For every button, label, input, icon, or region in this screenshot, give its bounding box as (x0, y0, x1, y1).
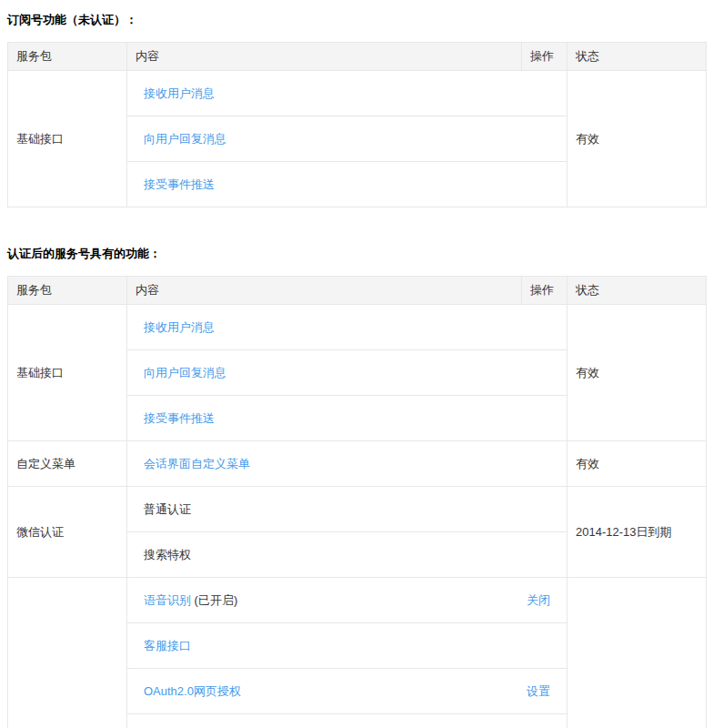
feature-text: 普通认证 (144, 502, 191, 516)
table-row: 基础接口接收用户消息有效 (8, 305, 707, 350)
content-row: 客服接口 (136, 631, 558, 661)
section-subscription-features: 订阅号功能（未认证）： 服务包 内容 操作 状态 基础接口接收用户消息有效向用户… (7, 14, 706, 207)
package-cell: 自定义菜单 (8, 441, 127, 487)
column-header-content: 内容 (127, 277, 522, 305)
content-row: 接受事件推送 (136, 403, 558, 433)
feature-link[interactable]: 客服接口 (144, 639, 191, 652)
content-cell: 客服接口 (127, 623, 567, 669)
content-cell: 生成带参数二维码 (127, 714, 567, 728)
table-header-row: 服务包 内容 操作 状态 (8, 277, 707, 305)
content-row: 生成带参数二维码 (136, 722, 558, 728)
content-cell: 普通认证 (127, 487, 567, 532)
content-cell: 向用户回复消息 (127, 350, 567, 396)
action-link[interactable]: 设置 (527, 683, 550, 699)
feature-label: 向用户回复消息 (144, 365, 226, 380)
column-header-content: 内容 (127, 43, 522, 71)
column-header-action: 操作 (522, 277, 567, 305)
feature-link[interactable]: 会话界面自定义菜单 (144, 457, 250, 470)
package-cell: 微信认证 (8, 487, 127, 578)
status-cell: 有效 (567, 305, 707, 441)
table-row: 微信认证普通认证2014-12-13日到期 (8, 487, 707, 532)
column-header-package: 服务包 (8, 43, 127, 71)
column-header-action: 操作 (522, 43, 567, 71)
feature-label: 语音识别 (已开启) (144, 592, 237, 608)
status-cell: 2014-12-13日到期 (567, 578, 707, 728)
feature-label: 会话界面自定义菜单 (144, 456, 250, 471)
table-row: 高级接口语音识别 (已开启)关闭2014-12-13日到期 (8, 578, 707, 623)
status-cell: 有效 (567, 71, 707, 207)
feature-link[interactable]: 接收用户消息 (144, 86, 215, 100)
content-cell: 接收用户消息 (127, 71, 567, 116)
feature-label: 搜索特权 (144, 547, 191, 562)
content-row: OAuth2.0网页授权设置 (136, 676, 558, 706)
feature-link[interactable]: 接受事件推送 (144, 177, 215, 191)
feature-link[interactable]: 向用户回复消息 (144, 366, 226, 379)
feature-label: 接收用户消息 (144, 86, 215, 101)
content-cell: OAuth2.0网页授权设置 (127, 669, 567, 714)
package-cell: 高级接口 (8, 578, 127, 728)
section-title: 订阅号功能（未认证）： (7, 14, 706, 26)
content-row: 接受事件推送 (136, 169, 558, 199)
table-row: 基础接口接收用户消息有效 (8, 71, 707, 116)
feature-text: 搜索特权 (144, 548, 191, 561)
content-row: 向用户回复消息 (136, 124, 558, 154)
feature-label: 接受事件推送 (144, 410, 215, 426)
feature-link[interactable]: 向用户回复消息 (144, 132, 226, 146)
feature-label: 普通认证 (144, 501, 191, 517)
content-row: 搜索特权 (136, 540, 558, 570)
content-row: 向用户回复消息 (136, 358, 558, 388)
action-link[interactable]: 关闭 (527, 592, 550, 608)
status-cell: 有效 (567, 441, 707, 487)
feature-label: 接受事件推送 (144, 177, 215, 192)
column-header-status: 状态 (567, 43, 707, 71)
feature-link[interactable]: OAuth2.0网页授权 (144, 684, 241, 698)
section-title: 认证后的服务号具有的功能： (7, 248, 706, 260)
features-table: 服务包 内容 操作 状态 基础接口接收用户消息有效向用户回复消息接受事件推送 (7, 42, 707, 207)
content-row: 会话界面自定义菜单 (136, 449, 558, 479)
content-cell: 会话界面自定义菜单 (127, 441, 567, 487)
table-row: 自定义菜单会话界面自定义菜单有效 (8, 441, 707, 487)
table-header-row: 服务包 内容 操作 状态 (8, 43, 707, 71)
feature-label: 接收用户消息 (144, 319, 215, 335)
package-cell: 基础接口 (8, 305, 127, 441)
feature-label: OAuth2.0网页授权 (144, 683, 241, 699)
feature-link[interactable]: 语音识别 (144, 593, 191, 607)
column-header-package: 服务包 (8, 277, 127, 305)
features-table: 服务包 内容 操作 状态 基础接口接收用户消息有效向用户回复消息接受事件推送自定… (7, 276, 707, 728)
content-row: 语音识别 (已开启)关闭 (136, 585, 558, 615)
status-cell: 2014-12-13日到期 (567, 487, 707, 578)
content-cell: 接受事件推送 (127, 162, 567, 207)
content-cell: 搜索特权 (127, 532, 567, 578)
section-verified-service-features: 认证后的服务号具有的功能： 服务包 内容 操作 状态 基础接口接收用户消息有效向… (7, 248, 706, 728)
feature-label: 客服接口 (144, 638, 191, 653)
content-row: 接收用户消息 (136, 78, 558, 108)
content-cell: 语音识别 (已开启)关闭 (127, 578, 567, 623)
feature-link[interactable]: 接受事件推送 (144, 411, 215, 425)
feature-link[interactable]: 接收用户消息 (144, 320, 215, 334)
column-header-status: 状态 (567, 277, 707, 305)
content-row: 普通认证 (136, 494, 558, 524)
content-cell: 接收用户消息 (127, 305, 567, 350)
content-cell: 接受事件推送 (127, 396, 567, 441)
feature-label: 向用户回复消息 (144, 131, 226, 147)
content-cell: 向用户回复消息 (127, 116, 567, 162)
content-row: 接收用户消息 (136, 312, 558, 342)
package-cell: 基础接口 (8, 71, 127, 207)
feature-status-note: (已开启) (191, 593, 237, 607)
